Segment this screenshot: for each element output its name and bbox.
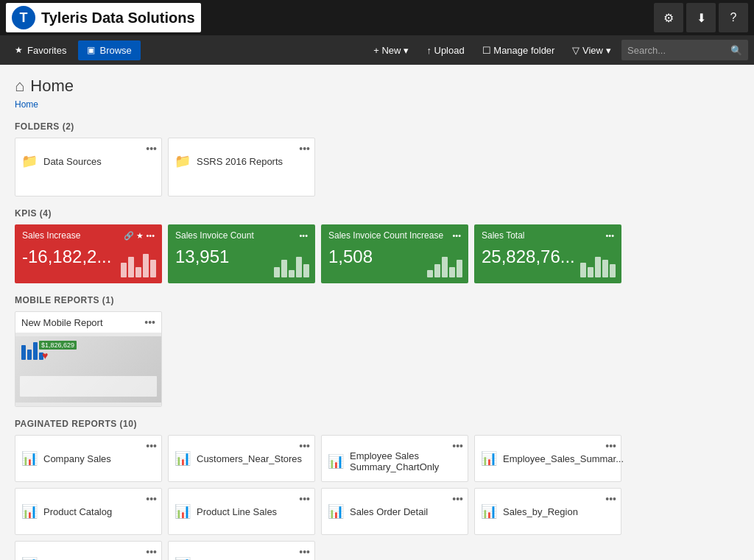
logo-area: T Tyleris Data Solutions [6,3,201,32]
kpi-card-sales-increase[interactable]: Sales Increase 🔗 ★ ••• -16,182,2... [15,224,162,283]
home-icon: ⌂ [15,77,24,96]
report-menu-icon[interactable]: ••• [146,546,157,558]
breadcrumb: Home [15,99,739,110]
report-card-sales-order-detail[interactable]: ••• 📊 Sales Order Detail [321,488,468,535]
report-label: Employee_Sales_Summar... [503,453,624,464]
paginated-reports-section: PAGINATED REPORTS (10) ••• 📊 Company Sal… [15,419,739,560]
browse-icon: ▣ [87,45,95,55]
report-card-employee-sales[interactable]: ••• 📊 Employee Sales Summary_ChartOnly [321,435,468,482]
kpis-section: KPIS (4) Sales Increase 🔗 ★ ••• -16,182,… [15,208,739,283]
view-button[interactable]: ▽ View ▾ [565,41,619,60]
top-bar-icons: ⚙ ⬇ ? [654,3,748,32]
report-icon: 📊 [21,450,38,467]
logo-icon: T [12,6,35,29]
kpi-card-sales-total[interactable]: Sales Total ••• 25,828,76... [474,224,621,283]
report-menu-icon[interactable]: ••• [452,440,463,452]
folder-menu-icon[interactable]: ••• [146,143,157,155]
kpi-chart [274,254,309,277]
folder-label: Data Sources [43,156,102,167]
new-label: + New [373,45,401,56]
kpis-section-header: KPIS (4) [15,208,739,219]
favorites-nav-btn[interactable]: ★ Favorites [6,40,75,60]
paginated-reports-header: PAGINATED REPORTS (10) [15,419,739,429]
folder-card-content: 📁 Data Sources [21,153,155,169]
kpi-card-header: Sales Increase 🔗 ★ ••• [22,230,155,241]
report-label: Product Catalog [43,506,112,517]
kpi-icons: ••• [452,231,461,240]
report-card-content: 📊 Sales_by_Region [481,503,615,520]
folder-icon: 📁 [21,153,38,169]
report-card-customers-near-stores[interactable]: ••• 📊 Customers_Near_Stores [168,435,315,482]
report-card-content: 📊 Product Line Sales [175,503,309,520]
mobile-reports-section: MOBILE REPORTS (1) New Mobile Report ••• [15,295,739,407]
report-card-territory-sales[interactable]: ••• 📊 Territory Sales Drilldown [168,541,315,560]
logo-text: Tyleris Data Solutions [41,10,195,26]
settings-button[interactable]: ⚙ [654,3,683,32]
report-card-product-catalog[interactable]: ••• 📊 Product Catalog [15,488,162,535]
help-button[interactable]: ? [719,3,748,32]
nav-bar: ★ Favorites ▣ Browse + New ▾ ↑ Upload ☐ … [0,35,754,65]
mobile-card-top: New Mobile Report ••• [15,312,161,333]
report-menu-icon[interactable]: ••• [299,440,310,452]
mobile-preview: $1,826,629 ♥ [15,333,161,406]
report-label: Employee Sales Summary_ChartOnly [350,450,462,472]
report-card-employee-sales-summary[interactable]: ••• 📊 Employee_Sales_Summar... [474,435,621,482]
manage-folder-button[interactable]: ☐ Manage folder [475,41,563,60]
report-card-content: 📊 Sales Order Detail [328,503,462,520]
breadcrumb-home-link[interactable]: Home [15,99,38,110]
upload-button[interactable]: ↑ Upload [419,41,471,60]
report-card-content: 📊 Customers_Near_Stores [175,450,309,467]
report-menu-icon[interactable]: ••• [605,493,616,505]
report-menu-icon[interactable]: ••• [146,440,157,452]
folder-menu-icon[interactable]: ••• [299,143,310,155]
new-button[interactable]: + New ▾ [366,41,416,60]
nav-actions: + New ▾ ↑ Upload ☐ Manage folder ▽ View … [366,40,748,60]
report-menu-icon[interactable]: ••• [299,546,310,558]
browse-nav-btn[interactable]: ▣ Browse [78,40,140,60]
report-icon: 📊 [21,556,38,560]
folder-label: SSRS 2016 Reports [197,156,283,167]
download-button[interactable]: ⬇ [686,3,716,32]
report-menu-icon[interactable]: ••• [146,493,157,505]
kpi-icons: ••• [605,231,614,240]
mobile-reports-header: MOBILE REPORTS (1) [15,295,739,305]
report-label: Customers_Near_Stores [197,453,302,464]
kpi-card-header: Sales Total ••• [482,230,614,241]
report-icon: 📊 [175,556,191,560]
folder-card-content: 📁 SSRS 2016 Reports [175,153,309,169]
report-card-product-line-sales[interactable]: ••• 📊 Product Line Sales [168,488,315,535]
view-chevron-icon: ▾ [606,45,611,56]
report-menu-icon[interactable]: ••• [452,493,463,505]
manage-folder-label: ☐ Manage folder [482,45,555,56]
report-card-company-sales[interactable]: ••• 📊 Company Sales [15,435,162,482]
mobile-report-card[interactable]: New Mobile Report ••• $1,826,629 ♥ [15,311,162,407]
report-menu-icon[interactable]: ••• [605,440,616,452]
report-card-sales-by-region[interactable]: ••• 📊 Sales_by_Region [474,488,621,535]
mobile-preview-inner: $1,826,629 ♥ [15,336,161,403]
top-bar: T Tyleris Data Solutions ⚙ ⬇ ? [0,0,754,35]
search-icon[interactable]: 🔍 [730,45,742,56]
kpi-title: Sales Invoice Count [175,230,254,241]
upload-label: ↑ Upload [426,45,464,56]
kpi-card-invoice-count[interactable]: Sales Invoice Count ••• 13,951 [168,224,315,283]
kpi-chart [121,254,156,277]
report-card-store-contacts[interactable]: ••• 📊 Store_Contacts [15,541,162,560]
search-input[interactable] [627,45,730,56]
folder-card-data-sources[interactable]: ••• 📁 Data Sources [15,138,162,196]
report-icon: 📊 [175,450,191,467]
report-icon: 📊 [21,503,38,520]
folder-card-ssrs[interactable]: ••• 📁 SSRS 2016 Reports [168,138,315,196]
kpi-title: Sales Increase [22,230,80,241]
folders-section-header: FOLDERS (2) [15,121,739,132]
report-card-content: 📊 Product Catalog [21,503,155,520]
mini-badge: $1,826,629 [39,341,77,350]
report-menu-icon[interactable]: ••• [299,493,310,505]
favorites-label: Favorites [27,45,66,56]
mobile-card-menu[interactable]: ••• [144,316,155,328]
report-card-content: 📊 Store_Contacts [21,556,155,560]
mobile-reports-grid: New Mobile Report ••• $1,826,629 ♥ [15,311,739,407]
report-icon: 📊 [328,453,344,469]
report-label: Sales_by_Region [503,506,578,517]
kpi-card-invoice-count-increase[interactable]: Sales Invoice Count Increase ••• 1,508 [321,224,468,283]
kpi-title: Sales Invoice Count Increase [328,230,443,241]
